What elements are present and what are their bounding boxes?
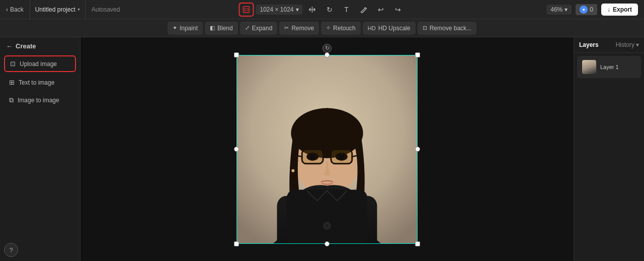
- select-tool-button[interactable]: [238, 3, 254, 17]
- topbar-left: ‹ Back: [0, 0, 30, 19]
- layer-name: Layer 1: [600, 64, 619, 70]
- inpaint-button[interactable]: ✦ Inpaint: [168, 22, 203, 35]
- handle-bottom-right[interactable]: [415, 241, 420, 246]
- handle-bottom-left[interactable]: [234, 241, 239, 246]
- svg-point-17: [310, 154, 315, 159]
- zoom-chevron-icon: ▾: [565, 6, 568, 13]
- layer-item[interactable]: Layer 1: [577, 56, 641, 78]
- retouch-button[interactable]: ✧ Retouch: [321, 22, 361, 35]
- undo-icon: ↩: [378, 6, 384, 14]
- remove-icon: ✂: [284, 25, 289, 31]
- remove-back-button[interactable]: ⊡ Remove back...: [418, 22, 476, 35]
- layer-thumbnail: [582, 60, 596, 74]
- redo-icon: ↪: [395, 6, 401, 14]
- retouch-label: Retouch: [333, 25, 356, 32]
- remove-button[interactable]: ✂ Remove: [279, 22, 319, 35]
- back-arrow-icon: ‹: [6, 6, 8, 13]
- text-icon: T: [344, 6, 349, 14]
- expand-label: Expand: [252, 25, 273, 32]
- canvas-area[interactable]: ↻: [80, 37, 574, 261]
- image-to-image-label: Image to image: [18, 97, 59, 104]
- image-to-image-button[interactable]: ⧉ Image to image: [4, 93, 76, 108]
- topbar-center-tools: 1024 × 1024 ▾ ↻ T ↩ ↪: [238, 3, 405, 17]
- main-content: ← Create ⊡ Upload image ⊞ Text to image …: [0, 37, 644, 261]
- history-tab[interactable]: History ▾: [616, 41, 639, 48]
- layers-tab[interactable]: Layers: [579, 41, 599, 48]
- user-badge[interactable]: ● 0: [576, 4, 597, 15]
- zoom-level-text: 46%: [550, 6, 562, 13]
- upload-image-button[interactable]: ⊡ Upload image: [4, 55, 76, 72]
- retouch-icon: ✧: [326, 25, 331, 31]
- back-button[interactable]: ‹ Back: [6, 6, 24, 13]
- hd-upscale-label: HD Upscale: [378, 25, 411, 32]
- create-arrow-icon: ←: [6, 42, 13, 50]
- redo-button[interactable]: ↪: [390, 3, 406, 17]
- history-chevron-icon: ▾: [636, 41, 639, 48]
- layer-thumb-inner: [582, 60, 596, 74]
- dimension-chevron-icon: ▾: [296, 6, 299, 13]
- rotate-icon: ↻: [327, 6, 333, 14]
- zoom-control[interactable]: 46% ▾: [546, 5, 572, 15]
- blend-icon: ◧: [210, 25, 215, 31]
- right-sidebar: Layers History ▾ Layer 1: [574, 37, 644, 261]
- export-label: Export: [613, 6, 632, 13]
- handle-middle-right[interactable]: [415, 147, 420, 152]
- create-header: ← Create: [0, 37, 80, 54]
- remove-back-label: Remove back...: [430, 25, 471, 32]
- right-sidebar-header: Layers History ▾: [574, 37, 644, 53]
- history-tab-label: History: [616, 41, 634, 48]
- svg-rect-19: [287, 189, 367, 243]
- undo-button[interactable]: ↩: [373, 3, 388, 17]
- inpaint-icon: ✦: [173, 25, 177, 31]
- svg-point-18: [339, 154, 344, 159]
- svg-point-22: [291, 169, 294, 172]
- canvas-image: [236, 55, 418, 244]
- upload-image-label: Upload image: [20, 60, 57, 68]
- blend-label: Blend: [217, 25, 233, 32]
- image-to-image-icon: ⧉: [9, 96, 14, 104]
- help-icon: ?: [9, 246, 13, 254]
- dimension-badge[interactable]: 1024 × 1024 ▾: [256, 5, 302, 15]
- text-to-image-label: Text to image: [19, 79, 54, 86]
- inpaint-label: Inpaint: [180, 25, 198, 32]
- handle-top-right[interactable]: [415, 52, 420, 57]
- secondary-toolbar: ✦ Inpaint ◧ Blend ⤢ Expand ✂ Remove ✧ Re…: [0, 19, 644, 37]
- text-tool-button[interactable]: T: [339, 3, 354, 17]
- project-name[interactable]: Untitled project: [35, 6, 75, 13]
- move-tool-button[interactable]: [305, 3, 320, 17]
- expand-button[interactable]: ⤢ Expand: [240, 22, 278, 35]
- export-download-icon: ↓: [607, 6, 610, 13]
- hd-upscale-button[interactable]: HD HD Upscale: [363, 22, 416, 35]
- create-label: Create: [16, 42, 36, 50]
- upload-image-icon: ⊡: [10, 60, 16, 68]
- back-label: Back: [10, 6, 24, 13]
- remove-label: Remove: [291, 25, 314, 32]
- autosaved-label: Autosaved: [86, 6, 126, 13]
- canvas-image-wrapper: ↻: [236, 55, 418, 244]
- left-sidebar: ← Create ⊡ Upload image ⊞ Text to image …: [0, 37, 80, 261]
- dimension-text: 1024 × 1024: [260, 6, 293, 13]
- handle-top-middle[interactable]: [325, 52, 330, 57]
- export-button[interactable]: ↓ Export: [601, 4, 638, 16]
- rotate-tool-button[interactable]: ↻: [322, 3, 337, 17]
- remove-back-icon: ⊡: [423, 25, 427, 31]
- pen-tool-button[interactable]: [356, 3, 371, 17]
- expand-icon: ⤢: [245, 25, 250, 31]
- handle-middle-left[interactable]: [234, 147, 239, 152]
- handle-bottom-middle[interactable]: [325, 241, 330, 246]
- topbar-right: 46% ▾ ● 0 ↓ Export: [540, 4, 644, 16]
- user-avatar: ●: [580, 6, 588, 14]
- user-count: 0: [590, 6, 593, 13]
- topbar: ‹ Back Untitled project ▾ Autosaved 1024…: [0, 0, 644, 19]
- svg-rect-1: [244, 9, 248, 11]
- project-name-area: Untitled project ▾: [30, 0, 86, 19]
- project-chevron-icon: ▾: [77, 7, 80, 12]
- text-to-image-button[interactable]: ⊞ Text to image: [4, 75, 76, 90]
- help-button[interactable]: ?: [4, 243, 18, 257]
- text-to-image-icon: ⊞: [9, 79, 15, 86]
- handle-top-left[interactable]: [234, 52, 239, 57]
- hd-upscale-icon: HD: [368, 25, 376, 31]
- blend-button[interactable]: ◧ Blend: [205, 22, 238, 35]
- svg-point-21: [325, 224, 329, 228]
- rotate-handle[interactable]: ↻: [323, 44, 332, 53]
